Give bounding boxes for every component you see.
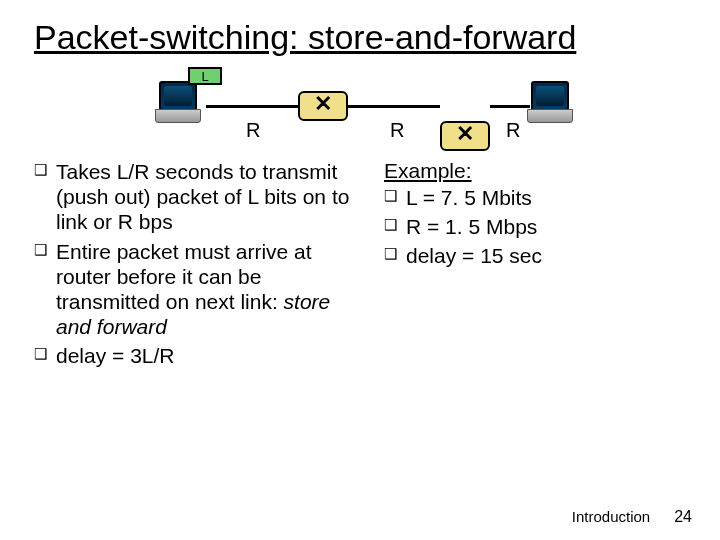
- bullet-item: L = 7. 5 Mbits: [384, 185, 686, 210]
- monitor-icon: [159, 81, 197, 111]
- bullet-text: delay = 15 sec: [406, 244, 542, 267]
- link-rate-label-2: R: [390, 119, 404, 142]
- bullet-text: R = 1. 5 Mbps: [406, 215, 537, 238]
- packet-label: L: [188, 67, 222, 85]
- router-2: ✕: [440, 121, 490, 151]
- bullet-text: Takes L/R seconds to transmit (push out)…: [56, 160, 349, 233]
- slide: Packet-switching: store-and-forward L ✕ …: [0, 0, 720, 540]
- router-x-icon: ✕: [442, 121, 488, 147]
- left-column: Takes L/R seconds to transmit (push out)…: [34, 159, 364, 373]
- link-1: [206, 105, 298, 108]
- monitor-icon: [531, 81, 569, 111]
- link-rate-label-1: R: [246, 119, 260, 142]
- bullet-item: Takes L/R seconds to transmit (push out)…: [34, 159, 364, 235]
- link-2: [348, 105, 440, 108]
- example-heading: Example:: [384, 159, 686, 183]
- page-number: 24: [674, 508, 692, 526]
- bullet-text: delay = 3L/R: [56, 344, 175, 367]
- host-base: [527, 109, 573, 123]
- bullet-item: R = 1. 5 Mbps: [384, 214, 686, 239]
- host-right: [522, 81, 578, 131]
- router-x-icon: ✕: [300, 91, 346, 117]
- content-columns: Takes L/R seconds to transmit (push out)…: [34, 159, 686, 373]
- slide-title: Packet-switching: store-and-forward: [34, 18, 686, 57]
- bullet-item: Entire packet must arrive at router befo…: [34, 239, 364, 340]
- bullet-text: Entire packet must arrive at router befo…: [56, 240, 312, 313]
- bullet-text: L = 7. 5 Mbits: [406, 186, 532, 209]
- bullet-item: delay = 15 sec: [384, 243, 686, 268]
- router-1: ✕: [298, 91, 348, 121]
- host-left: [150, 81, 206, 131]
- left-bullets: Takes L/R seconds to transmit (push out)…: [34, 159, 364, 369]
- link-rate-label-3: R: [506, 119, 520, 142]
- network-diagram: L ✕ ✕ R R R: [150, 63, 570, 153]
- footer-section: Introduction: [572, 508, 650, 525]
- host-base: [155, 109, 201, 123]
- example-bullets: L = 7. 5 Mbits R = 1. 5 Mbps delay = 15 …: [384, 185, 686, 269]
- right-column: Example: L = 7. 5 Mbits R = 1. 5 Mbps de…: [384, 159, 686, 373]
- bullet-item: delay = 3L/R: [34, 343, 364, 368]
- slide-footer: Introduction 24: [572, 508, 692, 526]
